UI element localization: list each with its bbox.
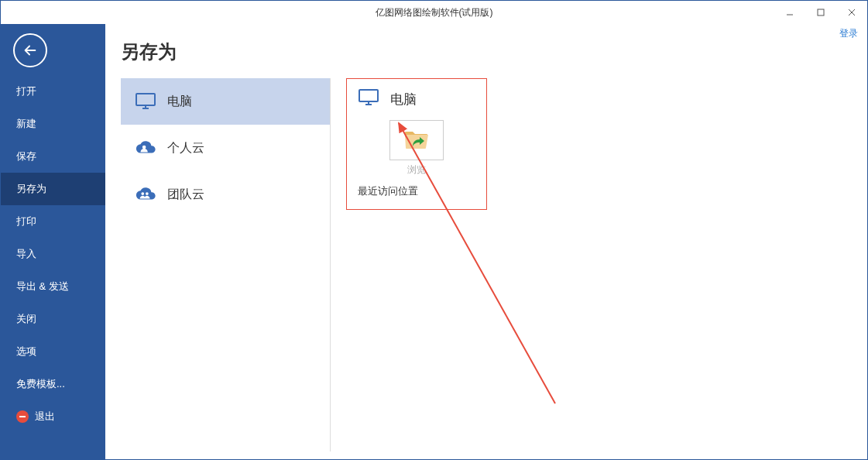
svg-rect-10: [359, 90, 378, 101]
window-title: 亿图网络图绘制软件(试用版): [376, 6, 493, 19]
sidebar-item-label: 打开: [16, 84, 36, 98]
sidebar-item-new[interactable]: 新建: [1, 108, 105, 140]
svg-point-7: [142, 146, 146, 149]
monitor-icon: [358, 88, 379, 111]
location-item-personal-cloud[interactable]: 个人云: [121, 125, 330, 171]
sidebar-item-label: 关闭: [16, 312, 36, 326]
browse-label: 浏览: [385, 163, 448, 177]
sidebar: 打开 新建 保存 另存为 打印 导入 导出 & 发送 关闭 选项 免费模板...…: [1, 24, 105, 459]
location-item-team-cloud[interactable]: 团队云: [121, 171, 330, 218]
maximize-button[interactable]: [805, 1, 836, 24]
back-button[interactable]: [13, 33, 47, 67]
sidebar-item-options[interactable]: 选项: [1, 335, 105, 368]
sidebar-item-label: 打印: [16, 215, 36, 228]
sidebar-item-label: 免费模板...: [16, 377, 65, 391]
location-label: 个人云: [167, 140, 204, 156]
sidebar-item-print[interactable]: 打印: [1, 205, 105, 238]
personal-cloud-icon: [135, 137, 156, 159]
sidebar-item-save-as[interactable]: 另存为: [1, 173, 105, 205]
folder-open-icon: [389, 120, 444, 160]
back-arrow-icon: [22, 42, 39, 59]
sidebar-item-export[interactable]: 导出 & 发送: [1, 270, 105, 303]
exit-icon: [16, 410, 29, 423]
close-button[interactable]: [836, 1, 867, 24]
team-cloud-icon: [135, 184, 156, 205]
close-icon: [847, 8, 856, 17]
location-label: 团队云: [167, 187, 204, 203]
sidebar-item-label: 导入: [16, 247, 36, 261]
recent-locations-label: 最近访问位置: [358, 184, 475, 198]
monitor-icon: [135, 91, 156, 112]
sidebar-item-label: 另存为: [16, 182, 46, 196]
location-list: 电脑 个人云 团队云: [121, 78, 330, 218]
sidebar-item-label: 导出 & 发送: [16, 280, 69, 294]
svg-rect-1: [818, 9, 824, 15]
minimize-button[interactable]: [774, 1, 805, 24]
browse-button[interactable]: 浏览: [385, 120, 448, 177]
sidebar-item-save[interactable]: 保存: [1, 140, 105, 173]
minimize-icon: [785, 8, 794, 17]
svg-rect-4: [136, 94, 155, 105]
detail-header: 电脑: [358, 88, 475, 111]
sidebar-item-close[interactable]: 关闭: [1, 303, 105, 335]
svg-point-9: [146, 192, 149, 195]
window-controls: [774, 1, 867, 24]
svg-point-8: [141, 192, 144, 195]
detail-panel: 电脑 浏览 最近访问位置: [346, 78, 487, 210]
sidebar-item-label: 选项: [16, 345, 36, 359]
sidebar-item-import[interactable]: 导入: [1, 238, 105, 270]
sidebar-item-exit[interactable]: 退出: [1, 400, 105, 433]
sidebar-item-label: 退出: [35, 410, 55, 424]
sidebar-item-templates[interactable]: 免费模板...: [1, 368, 105, 400]
page-title: 另存为: [121, 24, 330, 78]
sidebar-item-label: 新建: [16, 117, 36, 131]
location-label: 电脑: [167, 94, 192, 110]
titlebar: 亿图网络图绘制软件(试用版): [1, 1, 867, 24]
detail-header-label: 电脑: [390, 91, 417, 108]
sidebar-item-label: 保存: [16, 149, 36, 163]
sidebar-item-open[interactable]: 打开: [1, 75, 105, 108]
maximize-icon: [816, 8, 825, 17]
location-item-computer[interactable]: 电脑: [121, 78, 330, 125]
